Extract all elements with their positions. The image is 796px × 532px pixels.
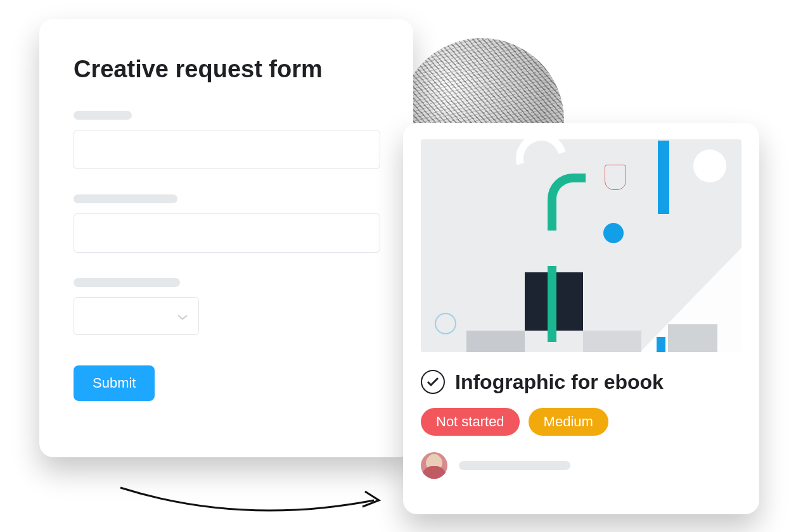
field-label-placeholder xyxy=(74,111,132,120)
chevron-down-icon xyxy=(177,312,188,320)
text-input-2[interactable] xyxy=(74,213,380,253)
task-title: Infographic for ebook xyxy=(455,370,664,394)
task-badges: Not started Medium xyxy=(421,408,741,436)
form-field-3 xyxy=(74,278,379,335)
task-card: Infographic for ebook Not started Medium xyxy=(403,123,759,514)
form-field-1 xyxy=(74,111,379,169)
flow-arrow-icon xyxy=(114,481,393,519)
check-circle-icon[interactable] xyxy=(421,370,445,394)
field-label-placeholder xyxy=(74,194,177,203)
task-cover-image xyxy=(421,139,741,352)
form-field-2 xyxy=(74,194,379,253)
text-input-1[interactable] xyxy=(74,130,380,169)
priority-badge[interactable]: Medium xyxy=(529,408,608,436)
field-label-placeholder xyxy=(74,278,180,287)
assignee-row xyxy=(421,452,741,479)
status-badge[interactable]: Not started xyxy=(421,408,520,436)
select-input[interactable] xyxy=(74,297,199,335)
avatar[interactable] xyxy=(421,452,447,479)
form-title: Creative request form xyxy=(74,56,379,83)
assignee-name-placeholder xyxy=(459,461,570,470)
task-header: Infographic for ebook xyxy=(421,370,741,394)
submit-button[interactable]: Submit xyxy=(74,365,155,401)
creative-request-form-card: Creative request form Submit xyxy=(39,19,413,457)
